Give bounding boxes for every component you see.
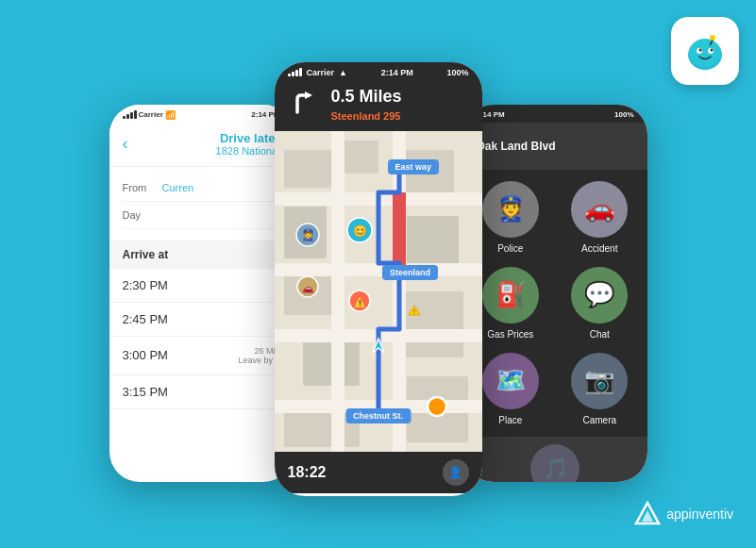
police-circle: 👮 (482, 181, 539, 238)
right-status-bar: 2:14 PM 100% (463, 105, 647, 123)
phone-left: Carrier 📶 2:14 PM ‹ Drive later 1828 Nat… (109, 105, 294, 482)
nav-distance: 0.5 Miles Steenland 295 (331, 87, 469, 124)
place-circle: 🗺️ (482, 353, 539, 409)
turn-arrow-icon (288, 88, 322, 122)
svg-text:!: ! (413, 308, 415, 314)
svg-text:🚗: 🚗 (302, 282, 314, 294)
svg-rect-10 (341, 141, 378, 174)
svg-text:👮: 👮 (300, 227, 314, 241)
left-carrier: Carrier 📶 (123, 110, 176, 120)
bottom-more: 🎵 (463, 437, 647, 482)
menu-item-camera[interactable]: 📷 Camera (562, 353, 638, 425)
map-area: ! 👮 🚗 😊 ⚠️ (275, 131, 482, 452)
svg-point-5 (711, 49, 714, 52)
svg-rect-23 (331, 131, 344, 452)
accident-label: Accident (581, 243, 617, 254)
drive-later-title: Drive later 1828 National (136, 131, 280, 157)
time-label: 2:45 PM (123, 312, 168, 326)
time-row-1[interactable]: 2:30 PM (109, 269, 294, 303)
gas-label: Gas Prices (487, 329, 533, 340)
more-circle[interactable]: 🎵 (530, 444, 580, 482)
from-row: From Curren (123, 174, 280, 202)
chat-label: Chat (590, 329, 610, 340)
camera-circle: 📷 (571, 353, 628, 409)
back-arrow-icon[interactable]: ‹ (123, 135, 128, 152)
appinventiv-icon (634, 501, 661, 527)
steenland-label: Steenland (382, 265, 438, 280)
center-status-bar: Carrier ▲ 2:14 PM 100% (275, 62, 482, 81)
eastway-label: East way (388, 159, 440, 174)
form-area: From Curren Day (109, 167, 294, 237)
gas-circle: ⛽ (482, 267, 539, 324)
svg-rect-15 (397, 291, 463, 357)
svg-text:⚠️: ⚠️ (354, 296, 366, 308)
place-label: Place (498, 415, 522, 425)
wifi-icon: ▲ (339, 68, 347, 77)
left-status-bar: Carrier 📶 2:14 PM (109, 105, 294, 124)
main-container: Carrier 📶 2:14 PM ‹ Drive later 1828 Nat… (0, 0, 756, 548)
phone-right: 2:14 PM 100% Oak Land Blvd 👮 Police 🚗 Ac… (463, 105, 647, 482)
time-row-2[interactable]: 2:45 PM (109, 303, 294, 337)
chestnut-label: Chestnut St. (345, 408, 411, 423)
phones-wrapper: Carrier 📶 2:14 PM ‹ Drive later 1828 Nat… (109, 62, 647, 496)
svg-point-27 (428, 397, 446, 416)
camera-label: Camera (582, 415, 616, 425)
menu-item-police[interactable]: 👮 Police (473, 181, 549, 254)
day-row: Day (123, 202, 280, 229)
brand-name: appinventiv (666, 506, 733, 522)
accident-circle: 🚗 (571, 181, 628, 238)
svg-point-4 (699, 49, 702, 52)
phone-center: Carrier ▲ 2:14 PM 100% 0.5 Miles Steenla… (275, 62, 482, 496)
time-label: 2:30 PM (123, 278, 168, 292)
svg-text:😊: 😊 (352, 224, 366, 238)
nav-header: 0.5 Miles Steenland 295 (275, 81, 482, 131)
svg-point-1 (689, 39, 721, 67)
street-name: Oak Land Blvd (477, 140, 556, 153)
menu-item-accident[interactable]: 🚗 Accident (562, 181, 638, 254)
time-row-4[interactable]: 3:15 PM (109, 375, 294, 409)
waze-logo (671, 17, 739, 85)
menu-item-chat[interactable]: 💬 Chat (562, 267, 638, 340)
arrive-section: Arrive at 2:30 PM 2:45 PM 3:00 PM 26 Min… (109, 241, 294, 409)
time-label: 3:15 PM (123, 385, 168, 399)
user-icon[interactable]: 👤 (443, 459, 469, 486)
left-phone-header: ‹ Drive later 1828 National (109, 124, 294, 167)
svg-rect-9 (284, 150, 331, 188)
arrive-header: Arrive at (109, 241, 294, 269)
appinventiv-logo: appinventiv (634, 501, 733, 527)
svg-rect-25 (393, 192, 406, 268)
menu-item-place[interactable]: 🗺️ Place (473, 353, 549, 425)
time-label: 3:00 PM (123, 348, 168, 362)
svg-point-6 (710, 35, 715, 41)
center-carrier: Carrier ▲ (288, 68, 347, 77)
time-row-3[interactable]: 3:00 PM 26 Min Leave by 2 (109, 337, 294, 375)
right-map-top: Oak Land Blvd (463, 123, 647, 170)
chat-circle: 💬 (571, 267, 628, 324)
menu-item-gas[interactable]: ⛽ Gas Prices (473, 267, 549, 340)
wifi-icon: 📶 (165, 110, 176, 120)
menu-grid: 👮 Police 🚗 Accident ⛽ Gas Prices 💬 Chat (463, 170, 647, 437)
police-label: Police (497, 243, 523, 254)
map-bottom-bar: 18:22 👤 (275, 452, 482, 493)
